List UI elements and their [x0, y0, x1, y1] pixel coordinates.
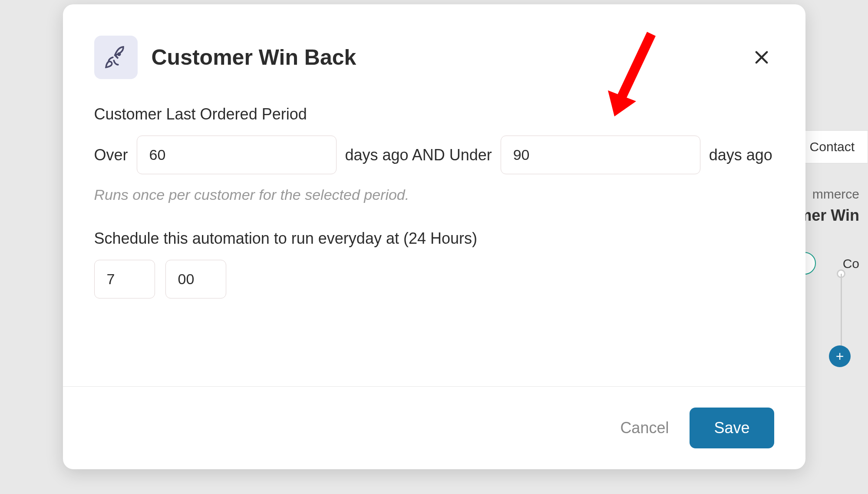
close-icon: [752, 48, 771, 66]
rocket-icon: [103, 45, 129, 70]
text-over: Over: [94, 146, 128, 164]
modal-title: Customer Win Back: [152, 45, 735, 70]
period-helper-text: Runs once per customer for the selected …: [94, 186, 774, 203]
hour-input[interactable]: [94, 260, 155, 298]
over-days-input[interactable]: [137, 136, 337, 174]
customer-winback-modal: Customer Win Back Customer Last Ordered …: [63, 4, 805, 469]
time-row: [94, 260, 774, 298]
modal-footer: Cancel Save: [63, 386, 805, 469]
text-days-ago: days ago: [709, 146, 772, 164]
svg-point-0: [118, 53, 120, 55]
minute-input[interactable]: [165, 260, 226, 298]
rocket-icon-box: [94, 36, 138, 79]
close-button[interactable]: [749, 45, 774, 70]
under-days-input[interactable]: [501, 136, 700, 174]
text-days-ago-and-under: days ago AND Under: [345, 146, 492, 164]
modal-overlay: Customer Win Back Customer Last Ordered …: [0, 0, 868, 494]
modal-body: Customer Last Ordered Period Over days a…: [63, 79, 805, 386]
cancel-button[interactable]: Cancel: [620, 419, 669, 437]
period-row: Over days ago AND Under days ago: [94, 136, 774, 174]
save-button[interactable]: Save: [690, 408, 774, 448]
schedule-section-label: Schedule this automation to run everyday…: [94, 229, 774, 248]
modal-header: Customer Win Back: [63, 4, 805, 79]
period-section-label: Customer Last Ordered Period: [94, 105, 774, 123]
